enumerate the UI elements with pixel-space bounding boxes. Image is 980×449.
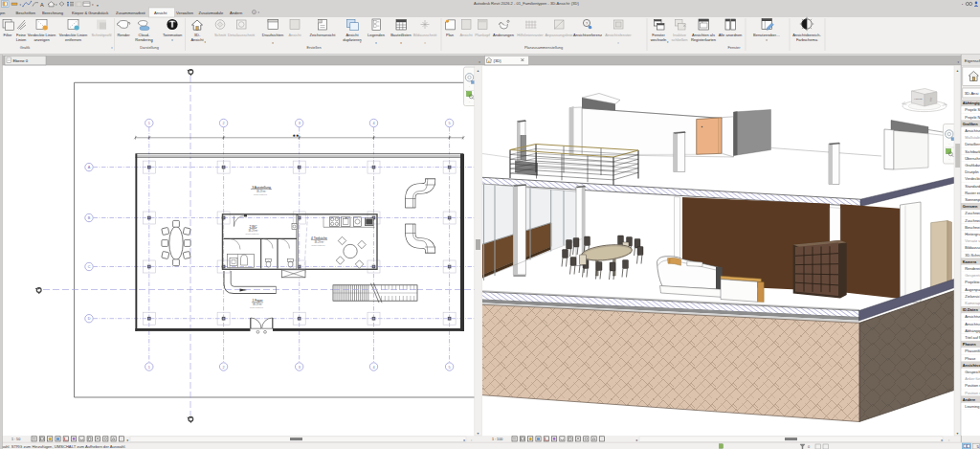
svg-text:Zusatzmodule: Zusatzmodule <box>199 11 224 15</box>
svg-text:Andere: Andere <box>963 397 976 402</box>
svg-text:Schnitt: Schnitt <box>214 33 227 37</box>
svg-text:Verdeckte: Verdeckte <box>965 176 980 181</box>
svg-text:Augenpun: Augenpun <box>965 287 980 292</box>
svg-text:Ansichtsreferenz: Ansichtsreferenz <box>573 33 602 37</box>
svg-text:Registerkarten: Registerkarten <box>691 37 716 42</box>
svg-text:{3D}: {3D} <box>494 58 502 63</box>
svg-text:?: ? <box>586 22 588 26</box>
svg-text:wahl. STRG zum Hinzufügen, UMS: wahl. STRG zum Hinzufügen, UMSCHALT zum … <box>1 444 126 449</box>
svg-text:Sichtbark: Sichtbark <box>965 149 980 154</box>
svg-text:Farbschema: Farbschema <box>796 37 818 42</box>
svg-text:2: 2 <box>223 366 225 370</box>
svg-text:Fenster: Fenster <box>727 45 741 50</box>
svg-text:Renderein: Renderein <box>965 266 980 271</box>
svg-text:Planzusammenstellung: Planzusammenstellung <box>524 45 563 50</box>
svg-text:Grafiken: Grafiken <box>963 122 978 126</box>
svg-text:Darstellung: Darstellung <box>140 45 159 50</box>
svg-text:wechseln: wechseln <box>651 37 667 42</box>
svg-text:•: • <box>962 3 963 7</box>
svg-text:VORNE: VORNE <box>914 98 923 101</box>
svg-text:Zusammenarbeit: Zusammenarbeit <box>116 11 146 15</box>
svg-text:Disziplin: Disziplin <box>965 169 979 174</box>
svg-text:Ansicht: Ansicht <box>459 33 473 37</box>
svg-text:Änderungen: Änderungen <box>493 33 514 37</box>
svg-text:Maßstabw: Maßstabw <box>965 135 980 140</box>
svg-text:◂: ◂ <box>635 438 637 442</box>
svg-text:▴: ▴ <box>478 69 479 73</box>
svg-text:0: 0 <box>808 445 810 449</box>
svg-text:Nicht platziert: Nicht platziert <box>312 244 325 246</box>
svg-text:Gespeich: Gespeich <box>965 370 980 374</box>
svg-text:Zuschneid: Zuschneid <box>965 218 980 223</box>
svg-text:Hilfslinienraster: Hilfslinienraster <box>517 33 544 37</box>
svg-text:◂: ◂ <box>126 438 128 442</box>
svg-text:·: · <box>948 142 949 146</box>
svg-text:Erstellen: Erstellen <box>306 45 321 50</box>
svg-text:3: 3 <box>299 122 301 125</box>
svg-text:Detailausschnitt: Detailausschnitt <box>228 33 256 37</box>
svg-text:Alle anordnen: Alle anordnen <box>719 33 743 37</box>
svg-text:1 Foyer: 1 Foyer <box>252 299 263 303</box>
svg-text:Raster ein: Raster ein <box>965 191 980 195</box>
svg-text:Benutzerober…: Benutzerober… <box>753 33 780 37</box>
svg-text:4 Teeküche: 4 Teeküche <box>311 236 327 240</box>
svg-text:∗∗: ∗∗ <box>292 133 300 138</box>
svg-text:3 Ausstellung: 3 Ausstellung <box>252 186 271 190</box>
svg-text:Nicht platziert: Nicht platziert <box>246 233 259 235</box>
svg-text:▸: ▸ <box>464 438 466 442</box>
svg-text:Anker für: Anker für <box>965 376 980 381</box>
svg-text:·: · <box>948 157 949 162</box>
svg-text:·: · <box>469 100 470 104</box>
svg-text:5: 5 <box>449 122 451 125</box>
svg-text:anzeigen: anzeigen <box>33 37 49 42</box>
svg-text:Zeichenansicht: Zeichenansicht <box>310 33 337 37</box>
svg-text:▸: ▸ <box>942 438 944 442</box>
svg-text:4: 4 <box>372 366 374 370</box>
svg-text:Überschre: Überschre <box>965 156 980 161</box>
svg-text:Plankopf: Plankopf <box>475 33 490 37</box>
svg-text:Projektio: Projektio <box>965 280 979 284</box>
svg-text:B: B <box>88 216 91 220</box>
svg-text:Kamerapo: Kamerapo <box>965 301 980 305</box>
svg-text:Render: Render <box>117 33 130 37</box>
svg-text:Titel auf P: Titel auf P <box>965 335 980 340</box>
svg-text:Nicht platziert: Nicht platziert <box>254 193 267 195</box>
svg-text:2 WC: 2 WC <box>249 225 257 229</box>
svg-text:Ansichtsfenster: Ansichtsfenster <box>605 33 632 37</box>
svg-text:Grafik: Grafik <box>20 45 30 50</box>
svg-text:Legenden: Legenden <box>368 33 385 37</box>
svg-text:▫: ▫ <box>948 438 949 442</box>
svg-text:Ändern: Ändern <box>230 11 243 15</box>
svg-text:Twinmotion: Twinmotion <box>163 33 182 37</box>
svg-text:Berechnung: Berechnung <box>42 11 64 15</box>
svg-text:Verwalten: Verwalten <box>176 11 194 15</box>
svg-text:Autodesk Revit 2026.2 - 01_Fam: Autodesk Revit 2026.2 - 01_Familientypen… <box>474 1 579 6</box>
svg-text:Abhängig: Abhängig <box>965 328 980 333</box>
svg-text:ID-Daten: ID-Daten <box>963 307 979 312</box>
svg-text:Projekt N: Projekt N <box>965 115 980 120</box>
svg-text:Phase: Phase <box>965 356 975 361</box>
svg-text:Kamera: Kamera <box>963 259 977 264</box>
svg-text:A: A <box>88 166 91 169</box>
svg-text:Standard-: Standard- <box>965 184 980 189</box>
svg-text:Ansichtsv: Ansichtsv <box>965 322 980 326</box>
svg-text:Draufsichten: Draufsichten <box>262 33 283 37</box>
svg-text:Ansichtss: Ansichtss <box>963 363 980 368</box>
svg-text:1: 1 <box>148 366 150 370</box>
svg-text:Bildausschnitt: Bildausschnitt <box>413 33 438 37</box>
svg-text:Zuschneid: Zuschneid <box>965 211 980 215</box>
svg-text:Phasenfil: Phasenfil <box>965 348 980 353</box>
svg-text:Linien: Linien <box>16 37 27 42</box>
svg-text:3: 3 <box>299 366 301 370</box>
svg-text:▾: ▾ <box>478 432 479 436</box>
svg-text:A: A <box>40 2 44 8</box>
svg-text:Grafikdars: Grafikdars <box>965 163 980 168</box>
svg-text:▫: ▫ <box>471 438 472 442</box>
svg-text:schließen: schließen <box>671 37 687 42</box>
svg-text:Sonnenpf: Sonnenpf <box>965 197 980 202</box>
svg-text:Grenzen: Grenzen <box>963 204 978 209</box>
svg-text:Beschneid: Beschneid <box>965 225 980 230</box>
svg-text:Filter: Filter <box>4 33 13 37</box>
svg-text:3D-Schnit: 3D-Schnit <box>965 253 980 258</box>
svg-text:·: · <box>469 84 470 89</box>
